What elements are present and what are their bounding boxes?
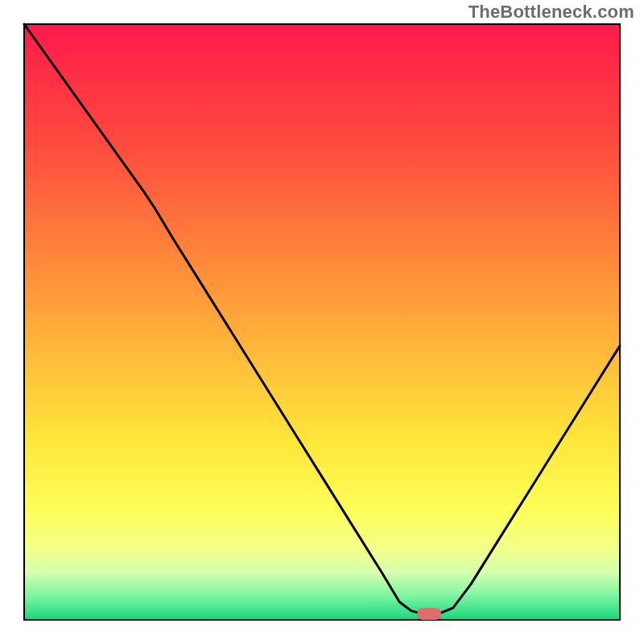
- bottleneck-chart: [0, 0, 644, 644]
- watermark-text: TheBottleneck.com: [469, 2, 634, 23]
- chart-container: TheBottleneck.com: [0, 0, 644, 644]
- optimal-marker: [417, 608, 441, 620]
- plot-background: [24, 24, 620, 620]
